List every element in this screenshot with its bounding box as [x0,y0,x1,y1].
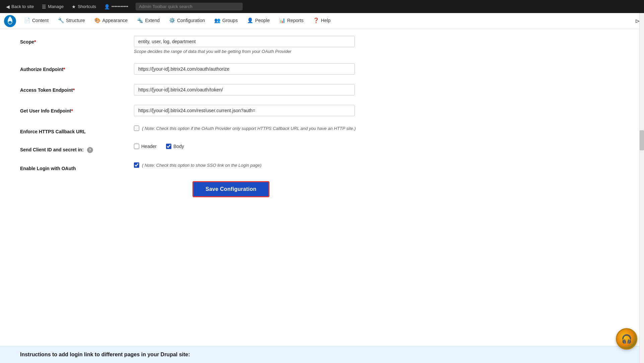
user-btn[interactable]: 👤 ••••••••••• [101,3,132,11]
enable-login-field: ( Note: Check this option to show SSO li… [134,162,442,170]
authorize-endpoint-row: Authorize Endpoint* [20,63,442,75]
back-to-site-btn[interactable]: ◀ Back to site [3,3,37,11]
search-input[interactable] [136,3,243,10]
scope-row: Scope* Scope decides the range of data t… [20,36,442,54]
structure-icon: 🔧 [58,17,64,23]
user-icon: 👤 [104,4,110,9]
nav-content[interactable]: 📄 Content [19,13,53,29]
appearance-icon: 🎨 [94,17,101,23]
enforce-https-checkbox-group: ( Note: Check this option if the OAuth P… [134,126,442,131]
nav-extend[interactable]: 🔩 Extend [132,13,164,29]
send-client-id-row: Send Client ID and secret in: ? Header B… [20,144,442,153]
enforce-https-checkbox[interactable] [134,126,139,131]
user-info-endpoint-input[interactable] [134,105,355,116]
scope-field: Scope decides the range of data that you… [134,36,442,54]
scope-hint: Scope decides the range of data that you… [134,49,442,54]
manage-icon: ☰ [42,4,46,9]
enable-login-note: ( Note: Check this option to show SSO li… [142,163,261,168]
scrollbar-thumb[interactable] [640,130,644,150]
search-container [136,3,243,10]
nav-help[interactable]: ❓ Help [308,13,335,29]
enforce-https-row: Enforce HTTPS Callback URL ( Note: Check… [20,126,442,134]
star-icon: ★ [72,4,76,9]
nav-groups[interactable]: 👥 Groups [210,13,242,29]
configuration-icon: ⚙️ [169,17,175,23]
people-icon: 👤 [247,17,253,23]
back-icon: ◀ [6,4,10,9]
authorize-endpoint-label: Authorize Endpoint* [20,63,134,72]
access-token-endpoint-field [134,84,442,95]
body-cb-item: Body [166,144,184,149]
authorize-endpoint-field [134,63,442,75]
admin-toolbar: ◀ Back to site ☰ Manage ★ Shortcuts 👤 ••… [0,0,644,13]
svg-point-1 [8,21,12,24]
scope-input[interactable] [134,36,355,47]
enforce-https-label: Enforce HTTPS Callback URL [20,126,134,134]
access-token-endpoint-label: Access Token Endpoint* [20,84,134,93]
user-info-endpoint-field [134,105,442,116]
help-icon: ❓ [313,17,319,23]
scrollbar-track[interactable] [639,13,644,217]
nav-reports[interactable]: 📊 Reports [274,13,308,29]
header-cb-item: Header [134,144,157,149]
nav-configuration[interactable]: ⚙️ Configuration [164,13,210,29]
enable-login-row: Enable Login with OAuth ( Note: Check th… [20,162,442,171]
authorize-endpoint-input[interactable] [134,63,355,75]
send-client-id-label: Send Client ID and secret in: ? [20,144,134,153]
send-client-id-checkbox-group: Header Body [134,144,442,149]
scope-label: Scope* [20,36,134,45]
access-token-required: * [73,87,75,93]
reports-icon: 📊 [279,17,286,23]
user-info-endpoint-row: Get User Info Endpoint* [20,105,442,116]
send-client-id-help-icon[interactable]: ? [87,147,93,153]
nav-structure[interactable]: 🔧 Structure [53,13,90,29]
groups-icon: 👥 [214,17,221,23]
content-icon: 📄 [24,17,30,23]
main-content: Scope* Scope decides the range of data t… [0,29,462,217]
header-label: Header [141,144,157,149]
save-configuration-button[interactable]: Save Configuration [192,181,269,197]
access-token-endpoint-row: Access Token Endpoint* [20,84,442,95]
save-btn-row: Save Configuration [20,181,442,197]
drupal-logo [4,15,16,27]
nav-people[interactable]: 👤 People [242,13,274,29]
enable-login-label: Enable Login with OAuth [20,162,134,171]
header-checkbox[interactable] [134,144,139,149]
user-info-required: * [71,108,73,114]
manage-btn[interactable]: ☰ Manage [38,3,67,11]
access-token-endpoint-input[interactable] [134,84,355,95]
enforce-https-note: ( Note: Check this option if the OAuth P… [142,126,356,131]
enable-login-checkbox-group: ( Note: Check this option to show SSO li… [134,162,442,168]
shortcuts-btn[interactable]: ★ Shortcuts [68,3,99,11]
enable-login-checkbox[interactable] [134,162,139,168]
scope-required: * [34,39,36,45]
drupal-nav: 📄 Content 🔧 Structure 🎨 Appearance 🔩 Ext… [0,13,644,29]
nav-appearance[interactable]: 🎨 Appearance [90,13,133,29]
authorize-required: * [63,67,65,72]
user-info-endpoint-label: Get User Info Endpoint* [20,105,134,114]
send-client-id-field: Header Body [134,144,442,151]
enforce-https-field: ( Note: Check this option if the OAuth P… [134,126,442,133]
extend-icon: 🔩 [137,17,143,23]
body-checkbox[interactable] [166,144,171,149]
body-label: Body [173,144,184,149]
